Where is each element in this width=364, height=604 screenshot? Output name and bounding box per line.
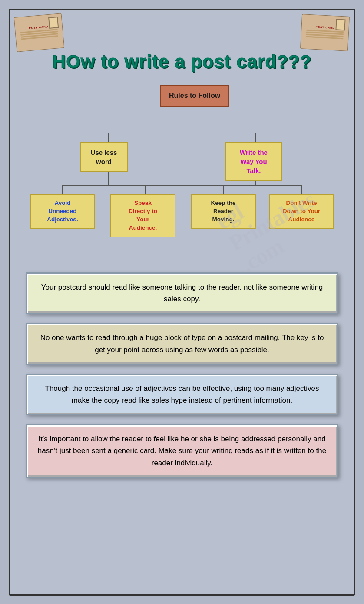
- postcard-stamp-right: [335, 19, 345, 30]
- info-box-2: No one wants to read through a huge bloc…: [26, 323, 338, 364]
- root-node-box: Rules to Follow: [160, 85, 229, 107]
- root-node-label: Rules to Follow: [169, 92, 220, 99]
- info-box-1: Your postcard should read like someone t…: [26, 272, 338, 314]
- l3-node-2-box: SpeakDirectly toYourAudience.: [110, 194, 175, 237]
- l3-node-4: Don't WriteDown to YourAudience: [269, 194, 334, 229]
- page-container: eglPrintables.com POST CARD POST CARD HO…: [9, 9, 355, 596]
- info-box-3-text: Though the occasional use of adjectives …: [45, 384, 319, 404]
- l3-node-2: SpeakDirectly toYourAudience.: [110, 194, 175, 237]
- info-box-2-text: No one wants to read through a huge bloc…: [40, 334, 324, 354]
- l2-node-right-box: Write theWay YouTalk.: [225, 142, 282, 181]
- info-box-1-text: Your postcard should read like someone t…: [41, 283, 323, 303]
- root-node: Rules to Follow: [160, 85, 229, 107]
- info-box-3: Though the occasional use of adjectives …: [26, 374, 338, 415]
- postcard-lines-left: [20, 28, 58, 40]
- flowchart: Rules to Follow Use lessword Write theWa…: [23, 81, 341, 268]
- info-box-4: It’s important to allow the reader to fe…: [26, 424, 338, 478]
- info-box-4-text: It’s important to allow the reader to fe…: [38, 435, 326, 467]
- l3-node-3: Keep theReaderMoving.: [191, 194, 256, 229]
- l3-node-1: AvoidUnneededAdjectives.: [30, 194, 95, 229]
- postcard-corner-left: POST CARD: [14, 13, 65, 52]
- page-title: HOw to write a post card???: [53, 51, 311, 72]
- postcard-label-right: POST CARD: [315, 26, 335, 29]
- l2-node-left-box: Use lessword: [80, 142, 128, 172]
- postcard-lines-right: [306, 29, 344, 40]
- l3-node-3-box: Keep theReaderMoving.: [191, 194, 256, 229]
- l3-node-1-box: AvoidUnneededAdjectives.: [30, 194, 95, 229]
- l3-node-4-box: Don't WriteDown to YourAudience: [269, 194, 334, 229]
- postcard-corner-right: POST CARD: [300, 14, 350, 51]
- flowchart-svg: [23, 81, 341, 268]
- l2-node-right: Write theWay YouTalk.: [225, 142, 282, 181]
- postcard-stamp-left: [48, 17, 59, 29]
- l2-node-left: Use lessword: [80, 142, 128, 172]
